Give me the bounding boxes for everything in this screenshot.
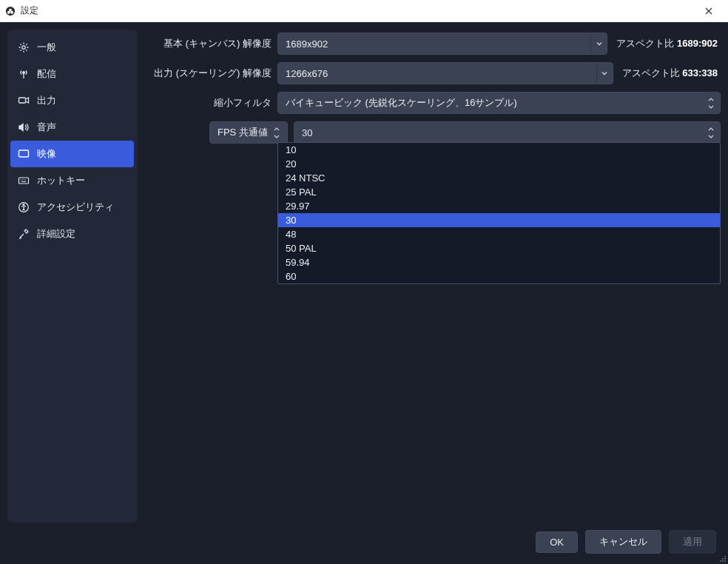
fps-option[interactable]: 50 PAL (278, 241, 720, 255)
fps-option[interactable]: 25 PAL (278, 185, 720, 199)
svg-rect-6 (19, 98, 26, 103)
sidebar-item-advanced[interactable]: 詳細設定 (7, 221, 137, 247)
output-aspect-label: アスペクト比 633:338 (619, 67, 721, 80)
fps-type-select[interactable]: FPS 共通値 (209, 121, 288, 144)
sidebar-item-label: 映像 (37, 147, 56, 161)
gear-icon (18, 41, 30, 53)
base-aspect-label: アスペクト比 1689:902 (613, 37, 721, 50)
fps-value: 30 (294, 127, 705, 138)
base-aspect-value: 1689:902 (677, 38, 718, 49)
fps-value-select[interactable]: 30 (294, 121, 721, 144)
svg-point-13 (720, 560, 721, 562)
fps-option[interactable]: 59.94 (278, 255, 720, 269)
fps-type-label: FPS 共通値 (218, 126, 268, 139)
app-icon (4, 5, 16, 17)
fps-option[interactable]: 24 NTSC (278, 171, 720, 185)
output-resolution-value: 1266x676 (278, 68, 596, 79)
display-icon (18, 148, 30, 160)
resize-grip-icon[interactable] (718, 554, 727, 563)
output-aspect-value: 633:338 (682, 67, 718, 78)
svg-point-14 (724, 558, 726, 560)
sidebar-item-video[interactable]: 映像 (10, 141, 134, 167)
video-settings-panel: 基本 (キャンバス) 解像度 1689x902 アスペクト比 1689:902 … (144, 30, 721, 523)
sidebar-item-audio[interactable]: 音声 (7, 114, 137, 141)
sidebar-item-label: 配信 (37, 67, 56, 81)
apply-button[interactable]: 適用 (669, 530, 716, 554)
svg-point-10 (23, 204, 24, 206)
sidebar-item-label: 音声 (37, 121, 56, 134)
sidebar-item-stream[interactable]: 配信 (7, 61, 137, 87)
svg-point-2 (7, 10, 10, 13)
cancel-button[interactable]: キャンセル (585, 530, 661, 554)
svg-point-4 (22, 46, 25, 49)
base-resolution-label: 基本 (キャンバス) 解像度 (144, 37, 272, 50)
sidebar-item-label: ホットキー (37, 174, 85, 187)
svg-point-12 (722, 560, 724, 562)
svg-point-16 (724, 556, 726, 557)
chevron-down-icon[interactable] (596, 63, 613, 84)
sidebar-item-output[interactable]: 出力 (7, 87, 137, 114)
fps-option[interactable]: 10 (278, 143, 720, 157)
settings-sidebar: 一般 配信 出力 音声 映像 (7, 30, 137, 523)
fps-option[interactable]: 30 (278, 213, 720, 227)
downscale-filter-select[interactable]: バイキュービック (先鋭化スケーリング、16サンプル) (277, 92, 721, 114)
svg-point-5 (23, 72, 25, 74)
antenna-icon (18, 68, 30, 80)
output-resolution-select[interactable]: 1266x676 (277, 62, 613, 84)
close-button[interactable] (694, 0, 724, 22)
sidebar-item-label: 詳細設定 (37, 227, 75, 241)
sidebar-item-general[interactable]: 一般 (7, 34, 137, 61)
svg-rect-7 (19, 150, 29, 157)
base-resolution-select[interactable]: 1689x902 (277, 33, 607, 55)
updown-icon[interactable] (705, 95, 717, 110)
output-icon (18, 95, 30, 107)
accessibility-icon (18, 201, 30, 213)
sidebar-item-hotkeys[interactable]: ホットキー (7, 167, 137, 194)
keyboard-icon (18, 175, 30, 187)
svg-point-15 (722, 558, 724, 560)
svg-point-3 (10, 10, 13, 13)
svg-point-11 (724, 560, 726, 562)
downscale-filter-label: 縮小フィルタ (144, 96, 272, 110)
output-resolution-label: 出力 (スケーリング) 解像度 (144, 67, 272, 80)
chevron-down-icon[interactable] (590, 33, 607, 54)
speaker-icon (18, 121, 30, 133)
sidebar-item-accessibility[interactable]: アクセシビリティ (7, 194, 137, 221)
ok-button[interactable]: OK (536, 531, 578, 553)
sidebar-item-label: アクセシビリティ (37, 201, 114, 214)
window-title: 設定 (21, 4, 38, 17)
fps-option[interactable]: 29.97 (278, 199, 720, 213)
fps-option[interactable]: 60 (278, 269, 720, 283)
downscale-filter-value: バイキュービック (先鋭化スケーリング、16サンプル) (278, 96, 705, 110)
svg-rect-8 (19, 178, 29, 184)
base-resolution-value: 1689x902 (278, 38, 590, 50)
fps-option[interactable]: 20 (278, 157, 720, 171)
tools-icon (18, 228, 30, 240)
sidebar-item-label: 一般 (37, 41, 56, 54)
updown-icon[interactable] (271, 125, 283, 140)
updown-icon[interactable] (705, 125, 717, 140)
fps-option[interactable]: 48 (278, 227, 720, 241)
sidebar-item-label: 出力 (37, 94, 56, 107)
fps-dropdown-popup: 102024 NTSC25 PAL29.97304850 PAL59.9460 (277, 142, 721, 284)
